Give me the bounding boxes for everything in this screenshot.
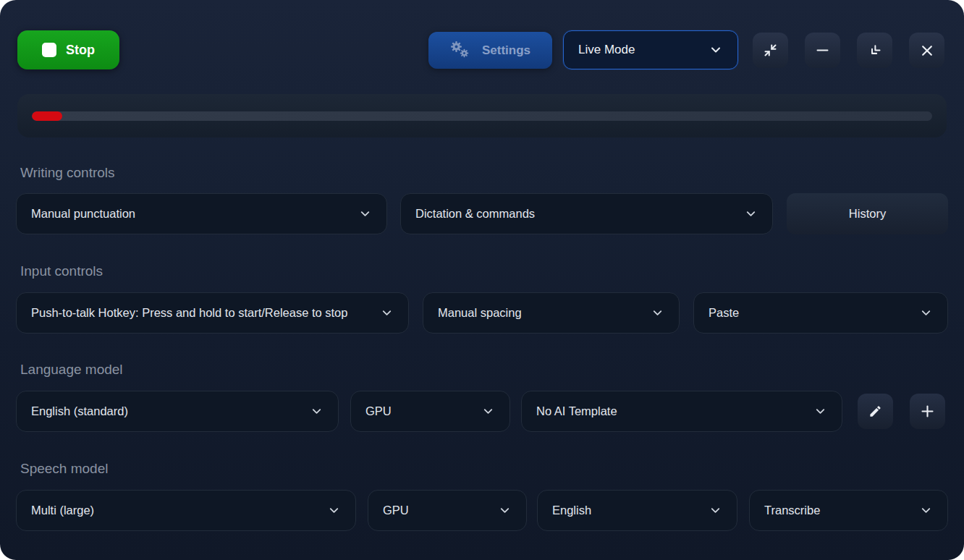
dock-bottom-left-icon [867, 43, 882, 58]
edit-template-button[interactable] [858, 394, 893, 429]
ai-template-select[interactable]: No AI Template [521, 391, 842, 432]
speech-model-select[interactable]: Multi (large) [16, 490, 356, 531]
output-mode-select-value: Paste [709, 306, 739, 320]
speech-language-select[interactable]: English [537, 490, 737, 531]
chevron-down-icon [709, 504, 722, 517]
spacing-select-value: Manual spacing [438, 306, 522, 320]
compress-window-button[interactable] [753, 33, 788, 68]
input-controls-title: Input controls [20, 263, 103, 279]
punctuation-select-value: Manual punctuation [31, 207, 135, 221]
chevron-down-icon [358, 207, 372, 221]
spacing-select[interactable]: Manual spacing [423, 292, 680, 334]
language-device-select-value: GPU [365, 404, 392, 418]
hotkey-select-value: Push-to-talk Hotkey: Press and hold to s… [31, 306, 347, 320]
stop-button-label: Stop [66, 43, 95, 58]
mode-select[interactable]: Live Mode [563, 30, 738, 69]
dictation-mode-select-value: Dictation & commands [415, 207, 535, 221]
ai-template-select-value: No AI Template [536, 404, 617, 418]
pencil-icon [868, 404, 882, 418]
chevron-down-icon [481, 404, 495, 418]
chevron-down-icon [498, 504, 512, 517]
language-device-select[interactable]: GPU [350, 391, 510, 432]
minimize-window-button[interactable] [805, 33, 840, 68]
settings-button-label: Settings [482, 43, 530, 58]
chevron-down-icon [919, 306, 933, 320]
task-select-value: Transcribe [764, 504, 820, 517]
task-select[interactable]: Transcribe [749, 490, 948, 531]
stop-square-icon [42, 43, 56, 57]
language-model-title: Language model [20, 362, 123, 378]
punctuation-select[interactable]: Manual punctuation [16, 193, 387, 234]
speech-language-select-value: English [552, 504, 591, 517]
app-window: Stop [0, 0, 964, 560]
writing-controls-title: Writing controls [20, 165, 115, 181]
language-model-select-value: English (standard) [31, 404, 128, 418]
chevron-down-icon [709, 43, 723, 57]
dictation-mode-select[interactable]: Dictation & commands [400, 193, 773, 234]
speech-model-select-value: Multi (large) [31, 504, 94, 517]
plus-icon [920, 404, 935, 419]
level-meter-fill [32, 111, 62, 121]
dock-bottom-left-button[interactable] [857, 33, 892, 68]
chevron-down-icon [380, 306, 394, 320]
history-button[interactable]: History [787, 193, 948, 234]
settings-button[interactable]: Settings [428, 32, 552, 69]
speech-model-title: Speech model [20, 461, 108, 477]
chevron-down-icon [813, 404, 827, 418]
compress-icon [763, 43, 778, 58]
gear-icon [450, 40, 472, 61]
language-model-select[interactable]: English (standard) [16, 391, 339, 432]
speech-device-select-value: GPU [383, 504, 409, 517]
chevron-down-icon [651, 306, 664, 320]
output-mode-select[interactable]: Paste [693, 292, 948, 334]
minimize-icon [815, 43, 830, 58]
add-template-button[interactable] [910, 394, 945, 429]
chevron-down-icon [744, 207, 758, 221]
chevron-down-icon [310, 404, 324, 418]
mode-select-value: Live Mode [578, 43, 635, 57]
chevron-down-icon [327, 504, 341, 517]
level-meter-track [32, 111, 932, 121]
level-meter-card [17, 94, 947, 137]
close-window-button[interactable] [909, 33, 944, 68]
stop-button[interactable]: Stop [17, 30, 119, 69]
close-icon [920, 43, 934, 58]
hotkey-select[interactable]: Push-to-talk Hotkey: Press and hold to s… [16, 292, 409, 334]
speech-device-select[interactable]: GPU [368, 490, 527, 531]
chevron-down-icon [919, 504, 933, 517]
